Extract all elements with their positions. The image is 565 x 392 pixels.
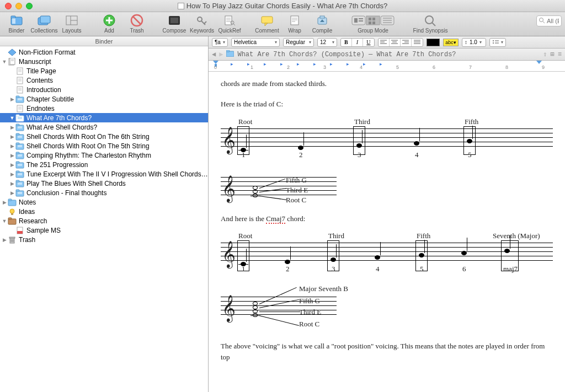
comment-button[interactable]: Comment (254, 13, 280, 34)
disclosure-triangle-icon[interactable]: ▶ (9, 125, 15, 130)
tree-item[interactable]: Introduction (0, 85, 208, 94)
add-button[interactable]: Add (96, 13, 122, 34)
align-left-button[interactable] (379, 39, 390, 46)
bold-button[interactable]: B (341, 39, 352, 46)
disclosure-triangle-icon[interactable]: ▶ (9, 181, 15, 186)
document-icon (178, 3, 184, 9)
tree-item[interactable]: ▶Chapter Subtitle (0, 94, 208, 104)
tree-item[interactable]: ▶What Are Shell Chords? (0, 122, 208, 132)
highlight-button[interactable]: abc▾ (443, 39, 459, 46)
tab-stop-icon[interactable]: ▸ (247, 61, 250, 67)
disclosure-triangle-icon[interactable]: ▼ (1, 59, 8, 65)
align-right-button[interactable] (401, 39, 412, 46)
disclosure-triangle-icon[interactable]: ▶ (1, 200, 8, 205)
disclosure-triangle-icon[interactable]: ▼ (1, 218, 8, 224)
tree-item[interactable]: Contents (0, 76, 208, 85)
disclosure-triangle-icon[interactable]: ▶ (9, 153, 15, 158)
font-select[interactable]: Helvetica▾ (231, 38, 280, 47)
disclosure-triangle-icon[interactable]: ▶ (9, 143, 15, 149)
header-up-icon[interactable]: ⇧ (543, 50, 547, 58)
tab-stop-icon[interactable]: ▸ (347, 61, 349, 67)
tab-stop-icon[interactable]: ▸ (280, 61, 283, 67)
tree-item[interactable]: ▶Conclusion - Final thoughts (0, 188, 208, 197)
disclosure-triangle-icon[interactable]: ▶ (9, 162, 15, 168)
minimize-button[interactable] (15, 3, 22, 9)
svg-rect-96 (16, 162, 19, 163)
nav-back-button[interactable]: ◀ (212, 50, 216, 58)
svg-rect-71 (17, 105, 23, 112)
tree-item[interactable]: ▶Shell Chords With Root On The 5th Strin… (0, 141, 208, 151)
disclosure-triangle-icon[interactable]: ▶ (9, 96, 15, 102)
header-menu-icon[interactable]: ≡ (558, 51, 562, 58)
tree-item-label: Chapter Subtitle (26, 95, 208, 103)
tree-item[interactable]: ▶Play The Blues With Shell Chords (0, 179, 208, 188)
tree-item[interactable]: ▶Shell Chords With Root On The 6th Strin… (0, 132, 208, 141)
toolbar-label: QuickRef (218, 28, 241, 34)
tree-item[interactable]: ▼What Are 7th Chords? (0, 113, 208, 122)
svg-point-113 (10, 209, 14, 213)
tree-item-label: Ideas (19, 208, 208, 216)
zoom-button[interactable] (26, 3, 33, 9)
wrap-button[interactable]: Wrap (281, 13, 308, 34)
binder-tree[interactable]: Non-Fiction Format▼ManuscriptTitle PageC… (0, 46, 208, 392)
tree-item[interactable]: Non-Fiction Format (0, 47, 208, 57)
tree-item-label: Non-Fiction Format (19, 49, 208, 56)
tree-item[interactable]: ▶Comping Rhythm: The Charleston Rhythm (0, 151, 208, 160)
close-button[interactable] (5, 3, 12, 9)
tree-item[interactable]: Ideas (0, 207, 208, 216)
svg-rect-38 (359, 20, 363, 22)
search-box[interactable] (536, 15, 562, 26)
document-editor[interactable]: chords are made from stacked thirds. Her… (209, 72, 565, 392)
italic-button[interactable]: I (352, 39, 363, 46)
collections-button[interactable]: Collections (31, 13, 57, 34)
line-spacing-select[interactable]: ↕1.0▾ (462, 38, 486, 47)
tab-stop-icon[interactable]: ▸ (380, 61, 382, 67)
ruler[interactable]: ▸ ▸ ▸ ▸ ▸ ▸ ▸ ▸ ▸ ▸ 0123456789 (209, 61, 565, 72)
disclosure-triangle-icon[interactable]: ▶ (9, 134, 15, 139)
tree-item[interactable]: Endnotes (0, 104, 208, 113)
layouts-button[interactable]: Layouts (58, 13, 85, 34)
text-color-swatch[interactable] (427, 39, 440, 46)
disclosure-triangle-icon[interactable]: ▶ (9, 171, 15, 177)
tree-item-label: Play The Blues With Shell Chords (26, 180, 208, 187)
header-split-icon[interactable]: ⊞ (551, 50, 555, 58)
disclosure-triangle-icon[interactable]: ▶ (1, 237, 8, 243)
tree-item[interactable]: Sample MS (0, 225, 208, 235)
search-icon (539, 17, 545, 24)
tree-item[interactable]: ▶Notes (0, 197, 208, 207)
tree-item[interactable]: ▶Tune Excerpt With The II V I Progressio… (0, 169, 208, 179)
trash-button[interactable]: Trash (124, 13, 150, 34)
group-mode-button[interactable]: Group Mode (347, 13, 399, 34)
tree-item[interactable]: ▶Trash (0, 235, 208, 244)
binder-button[interactable]: Binder (3, 13, 30, 34)
tab-stop-icon[interactable]: ▸ (231, 61, 233, 67)
chord-name: Cmaj7 (266, 214, 285, 224)
tree-item[interactable]: ▼Research (0, 216, 208, 225)
underline-button[interactable]: U (363, 39, 374, 46)
nav-forward-button[interactable]: ▶ (219, 50, 223, 58)
paragraph-style-select[interactable]: ¶a▾ (212, 38, 228, 47)
align-center-button[interactable] (390, 39, 401, 46)
tree-item[interactable]: Title Page (0, 66, 208, 76)
tree-item[interactable]: ▶The 251 Progression (0, 160, 208, 169)
tab-stop-icon[interactable]: ▸ (297, 61, 300, 67)
compile-button[interactable]: Compile (309, 13, 335, 34)
compose-button[interactable]: Compose (161, 13, 188, 34)
tab-stop-icon[interactable]: ▸ (264, 61, 266, 67)
keywords-button[interactable]: Keywords (189, 13, 215, 34)
tree-item[interactable]: ▼Manuscript (0, 57, 208, 66)
tab-stop-icon[interactable]: ▸ (363, 61, 366, 67)
svg-line-12 (133, 17, 141, 24)
font-size-select[interactable]: 12▾ (317, 38, 337, 47)
ruler-right-marker[interactable] (536, 61, 542, 66)
disclosure-triangle-icon[interactable]: ▼ (9, 115, 15, 121)
font-weight-select[interactable]: Regular▾ (283, 38, 314, 47)
scale-degree: 1 (242, 149, 246, 160)
find-synopsis-button[interactable]: Find Synopsis (411, 13, 450, 34)
disclosure-triangle-icon[interactable]: ▶ (9, 190, 15, 196)
tab-stop-icon[interactable]: ▸ (313, 61, 316, 67)
list-button[interactable]: ▾ (489, 38, 506, 47)
tab-stop-icon[interactable]: ▸ (330, 61, 333, 67)
quickref-button[interactable]: QuickRef (216, 13, 243, 34)
align-justify-button[interactable] (412, 39, 423, 46)
